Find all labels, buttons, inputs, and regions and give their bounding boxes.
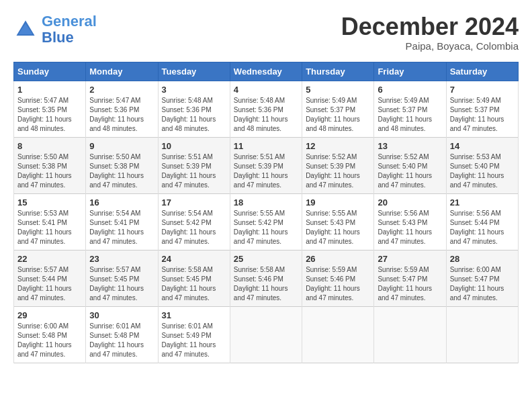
day-info: Sunrise: 5:57 AMSunset: 5:45 PMDaylight:… (89, 265, 154, 303)
calendar-table: SundayMondayTuesdayWednesdayThursdayFrid… (13, 62, 519, 363)
week-row-2: 8Sunrise: 5:50 AMSunset: 5:38 PMDaylight… (14, 137, 519, 193)
day-number: 19 (306, 197, 370, 208)
day-info: Sunrise: 6:00 AMSunset: 5:47 PMDaylight:… (450, 265, 515, 303)
calendar-cell: 19Sunrise: 5:55 AMSunset: 5:43 PMDayligh… (302, 193, 374, 250)
logo: General Blue (13, 13, 97, 46)
calendar-cell: 21Sunrise: 5:56 AMSunset: 5:44 PMDayligh… (446, 193, 518, 250)
calendar-cell: 9Sunrise: 5:50 AMSunset: 5:38 PMDaylight… (86, 137, 158, 193)
day-number: 2 (89, 85, 154, 95)
day-number: 15 (17, 197, 82, 208)
day-number: 9 (89, 141, 154, 151)
day-number: 31 (162, 310, 226, 320)
day-header-saturday: Saturday (446, 62, 518, 81)
calendar-cell: 22Sunrise: 5:57 AMSunset: 5:44 PMDayligh… (14, 250, 86, 306)
logo-icon (13, 17, 38, 42)
day-info: Sunrise: 5:51 AMSunset: 5:39 PMDaylight:… (234, 152, 298, 190)
day-info: Sunrise: 5:58 AMSunset: 5:45 PMDaylight:… (162, 265, 226, 303)
calendar-cell: 25Sunrise: 5:58 AMSunset: 5:46 PMDayligh… (230, 250, 302, 306)
calendar-cell (302, 306, 374, 363)
subtitle: Paipa, Boyaca, Colombia (341, 40, 519, 52)
day-header-tuesday: Tuesday (158, 62, 230, 81)
calendar-cell (374, 306, 446, 363)
day-info: Sunrise: 5:53 AMSunset: 5:41 PMDaylight:… (17, 209, 82, 246)
day-info: Sunrise: 6:01 AMSunset: 5:48 PMDaylight:… (89, 322, 154, 359)
calendar-cell: 23Sunrise: 5:57 AMSunset: 5:45 PMDayligh… (86, 250, 158, 306)
day-info: Sunrise: 5:57 AMSunset: 5:44 PMDaylight:… (17, 265, 82, 303)
day-number: 17 (162, 197, 226, 208)
calendar-cell: 1Sunrise: 5:47 AMSunset: 5:35 PMDaylight… (14, 81, 86, 137)
title-area: December 2024 Paipa, Boyaca, Colombia (341, 13, 519, 52)
calendar-cell: 14Sunrise: 5:53 AMSunset: 5:40 PMDayligh… (446, 137, 518, 193)
day-info: Sunrise: 5:49 AMSunset: 5:37 PMDaylight:… (378, 96, 442, 134)
calendar-cell: 31Sunrise: 6:01 AMSunset: 5:49 PMDayligh… (158, 306, 230, 363)
day-info: Sunrise: 5:58 AMSunset: 5:46 PMDaylight:… (234, 265, 298, 303)
day-number: 6 (378, 85, 442, 95)
day-info: Sunrise: 5:48 AMSunset: 5:36 PMDaylight:… (234, 96, 298, 134)
week-row-1: 1Sunrise: 5:47 AMSunset: 5:35 PMDaylight… (14, 81, 519, 137)
calendar-cell: 13Sunrise: 5:52 AMSunset: 5:40 PMDayligh… (374, 137, 446, 193)
calendar-cell: 26Sunrise: 5:59 AMSunset: 5:46 PMDayligh… (302, 250, 374, 306)
day-header-thursday: Thursday (302, 62, 374, 81)
day-info: Sunrise: 5:47 AMSunset: 5:36 PMDaylight:… (89, 96, 154, 134)
calendar-cell: 18Sunrise: 5:55 AMSunset: 5:42 PMDayligh… (230, 193, 302, 250)
day-info: Sunrise: 5:56 AMSunset: 5:44 PMDaylight:… (450, 209, 515, 246)
day-info: Sunrise: 5:54 AMSunset: 5:42 PMDaylight:… (162, 209, 226, 246)
day-number: 3 (162, 85, 226, 95)
calendar-cell: 10Sunrise: 5:51 AMSunset: 5:39 PMDayligh… (158, 137, 230, 193)
day-info: Sunrise: 5:59 AMSunset: 5:46 PMDaylight:… (306, 265, 370, 303)
day-number: 10 (162, 141, 226, 151)
calendar-cell: 30Sunrise: 6:01 AMSunset: 5:48 PMDayligh… (86, 306, 158, 363)
day-number: 5 (306, 85, 370, 95)
calendar-header-row: SundayMondayTuesdayWednesdayThursdayFrid… (14, 62, 519, 81)
calendar-cell: 24Sunrise: 5:58 AMSunset: 5:45 PMDayligh… (158, 250, 230, 306)
day-info: Sunrise: 5:53 AMSunset: 5:40 PMDaylight:… (450, 152, 515, 190)
calendar-cell: 6Sunrise: 5:49 AMSunset: 5:37 PMDaylight… (374, 81, 446, 137)
calendar-cell (230, 306, 302, 363)
day-info: Sunrise: 5:59 AMSunset: 5:47 PMDaylight:… (378, 265, 442, 303)
week-row-3: 15Sunrise: 5:53 AMSunset: 5:41 PMDayligh… (14, 193, 519, 250)
calendar-cell: 2Sunrise: 5:47 AMSunset: 5:36 PMDaylight… (86, 81, 158, 137)
calendar-body: 1Sunrise: 5:47 AMSunset: 5:35 PMDaylight… (14, 81, 519, 363)
day-info: Sunrise: 5:49 AMSunset: 5:37 PMDaylight:… (450, 96, 515, 134)
header: General Blue December 2024 Paipa, Boyaca… (13, 13, 519, 52)
day-header-friday: Friday (374, 62, 446, 81)
day-number: 14 (450, 141, 515, 151)
day-info: Sunrise: 5:50 AMSunset: 5:38 PMDaylight:… (89, 152, 154, 190)
calendar-cell: 27Sunrise: 5:59 AMSunset: 5:47 PMDayligh… (374, 250, 446, 306)
day-info: Sunrise: 5:55 AMSunset: 5:42 PMDaylight:… (234, 209, 298, 246)
day-info: Sunrise: 5:47 AMSunset: 5:35 PMDaylight:… (17, 96, 82, 134)
day-number: 16 (89, 197, 154, 208)
day-info: Sunrise: 5:51 AMSunset: 5:39 PMDaylight:… (162, 152, 226, 190)
calendar-cell: 16Sunrise: 5:54 AMSunset: 5:41 PMDayligh… (86, 193, 158, 250)
day-number: 25 (234, 254, 298, 264)
day-number: 13 (378, 141, 442, 151)
day-number: 30 (89, 310, 154, 320)
day-number: 1 (17, 85, 82, 95)
day-info: Sunrise: 5:56 AMSunset: 5:43 PMDaylight:… (378, 209, 442, 246)
day-number: 26 (306, 254, 370, 264)
day-number: 21 (450, 197, 515, 208)
calendar-cell: 5Sunrise: 5:49 AMSunset: 5:37 PMDaylight… (302, 81, 374, 137)
day-number: 8 (17, 141, 82, 151)
day-header-monday: Monday (86, 62, 158, 81)
day-info: Sunrise: 5:54 AMSunset: 5:41 PMDaylight:… (89, 209, 154, 246)
calendar-cell: 11Sunrise: 5:51 AMSunset: 5:39 PMDayligh… (230, 137, 302, 193)
logo-text: General Blue (42, 13, 97, 46)
day-info: Sunrise: 5:52 AMSunset: 5:40 PMDaylight:… (378, 152, 442, 190)
calendar-cell: 8Sunrise: 5:50 AMSunset: 5:38 PMDaylight… (14, 137, 86, 193)
day-number: 7 (450, 85, 515, 95)
week-row-5: 29Sunrise: 6:00 AMSunset: 5:48 PMDayligh… (14, 306, 519, 363)
calendar-cell (446, 306, 518, 363)
day-info: Sunrise: 5:52 AMSunset: 5:39 PMDaylight:… (306, 152, 370, 190)
day-number: 29 (17, 310, 82, 320)
calendar-cell: 20Sunrise: 5:56 AMSunset: 5:43 PMDayligh… (374, 193, 446, 250)
day-number: 4 (234, 85, 298, 95)
day-number: 22 (17, 254, 82, 264)
day-number: 27 (378, 254, 442, 264)
day-info: Sunrise: 6:00 AMSunset: 5:48 PMDaylight:… (17, 322, 82, 359)
calendar-cell: 15Sunrise: 5:53 AMSunset: 5:41 PMDayligh… (14, 193, 86, 250)
day-number: 12 (306, 141, 370, 151)
day-info: Sunrise: 5:48 AMSunset: 5:36 PMDaylight:… (162, 96, 226, 134)
day-info: Sunrise: 5:55 AMSunset: 5:43 PMDaylight:… (306, 209, 370, 246)
day-info: Sunrise: 6:01 AMSunset: 5:49 PMDaylight:… (162, 322, 226, 359)
